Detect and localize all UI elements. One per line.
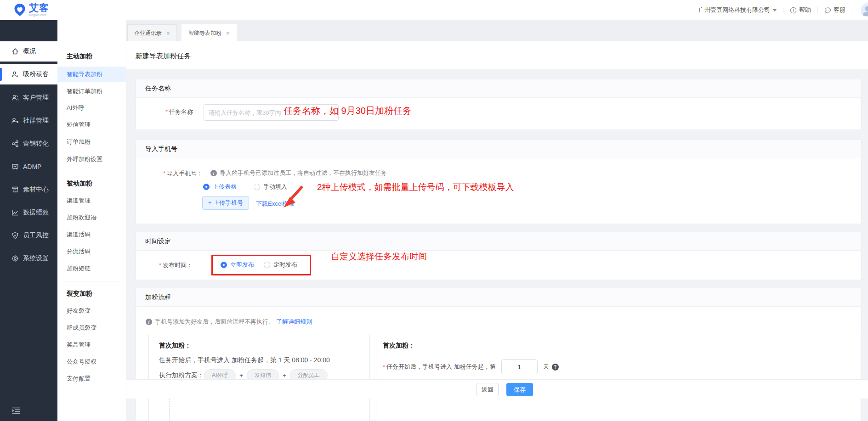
divider xyxy=(817,7,818,13)
sidebar-item-label: 吸粉获客 xyxy=(23,70,49,79)
close-icon[interactable]: × xyxy=(226,30,230,37)
first-add-subtitle: 首次加粉： xyxy=(159,342,191,350)
logo-subtext: aiagain.com xyxy=(29,13,49,17)
submenu-item-friend-fission[interactable]: 好友裂变 xyxy=(67,307,91,315)
submenu-item-smart-order[interactable]: 智能订单加粉 xyxy=(67,87,102,95)
divider xyxy=(852,7,852,13)
required-asterisk: * xyxy=(159,262,161,269)
divider xyxy=(64,281,119,281)
annotation-publish-time: 自定义选择任务发布时间 xyxy=(331,251,427,263)
company-dropdown[interactable]: 广州壹豆网络科技有限公司 xyxy=(698,6,777,14)
home-icon xyxy=(11,48,19,55)
import-phone-tip: i 导入的手机号已添加过员工，将自动过滤，不在执行加好友任务 xyxy=(210,169,387,177)
sidebar-item-customers[interactable]: 客户管理 xyxy=(0,88,57,108)
submenu-item-smart-table-import[interactable]: 智能导表加粉 xyxy=(57,67,126,82)
form-content: 任务名称 *任务名称 任务名称，如 9月30日加粉任务 导入手机号 *导入手机号… xyxy=(126,69,868,421)
submenu-item-pay-config[interactable]: 支付配置 xyxy=(67,375,91,383)
page-title: 新建导表加粉任务 xyxy=(126,41,868,69)
annotation-upload-modes: 2种上传模式，如需批量上传号码，可下载模板导入 xyxy=(317,181,514,193)
user-avatar[interactable] xyxy=(861,3,868,17)
submenu-item-official-auth[interactable]: 公众号授权 xyxy=(67,358,96,366)
top-bar: 艾客 aiagain.com 广州壹豆网络科技有限公司 帮助 客服 xyxy=(0,0,868,20)
main-area: 企业通讯录 × 智能导表加粉 × 新建导表加粉任务 任务名称 *任务名称 任务名… xyxy=(126,20,868,421)
tab-label: 智能导表加粉 xyxy=(188,29,221,37)
submenu-item-group-fission[interactable]: 群成员裂变 xyxy=(67,324,96,332)
card-task-name: 任务名称 *任务名称 任务名称，如 9月30日加粉任务 xyxy=(136,79,862,130)
upload-phone-button[interactable]: + 上传手机号 xyxy=(202,196,249,210)
card-time-setting: 时间设定 *发布时间： 立即发布 定时发布 自定义选择任务发布时间 xyxy=(136,232,862,280)
flow-day-row: * 任务开始后，手机号进入 加粉任务起，第 天 ? xyxy=(383,359,559,374)
required-asterisk: * xyxy=(163,170,165,177)
task-name-label: *任务名称 xyxy=(165,108,193,116)
submenu-item-split-qr[interactable]: 分流活码 xyxy=(67,247,91,256)
sidebar-item-risk-control[interactable]: 员工风控 xyxy=(0,225,57,246)
required-asterisk: * xyxy=(383,364,385,370)
user-plus-icon xyxy=(11,71,19,78)
day-row-suffix: 天 xyxy=(543,363,549,371)
sidebar-item-label: 素材中心 xyxy=(23,185,49,194)
submenu-item-prize-mgmt[interactable]: 奖品管理 xyxy=(67,341,91,349)
sidebar-item-overview[interactable]: 概况 xyxy=(0,41,57,62)
sidebar-item-marketing[interactable]: 营销转化 xyxy=(0,134,57,154)
sidebar-item-settings[interactable]: 系统设置 xyxy=(0,248,57,269)
secondary-sidebar: 主动加粉 智能导表加粉 智能订单加粉 AI外呼 短信管理 订单加粉 外呼加粉设置… xyxy=(57,20,126,421)
info-circle-icon xyxy=(790,7,797,14)
app-logo[interactable]: 艾客 aiagain.com xyxy=(13,3,49,17)
submenu-item-channel-mgmt[interactable]: 渠道管理 xyxy=(67,196,91,205)
flow-preview-panel: 首次加粉： 任务开始后，手机号进入 加粉任务起，第 1 天 08:00 - 20… xyxy=(148,335,370,421)
sidebar-collapse-button[interactable] xyxy=(12,407,20,415)
back-button[interactable]: 返回 xyxy=(477,383,499,396)
help-button[interactable]: 帮助 xyxy=(790,6,811,14)
submenu-item-ai-call[interactable]: AI外呼 xyxy=(67,104,84,112)
save-button[interactable]: 保存 xyxy=(506,383,533,396)
plan-label: 执行加粉方案： xyxy=(159,371,204,380)
divider xyxy=(64,172,119,172)
sidebar-item-label: 系统设置 xyxy=(23,254,49,263)
import-phone-label: *导入手机号： xyxy=(163,169,203,178)
sidebar-item-label: 营销转化 xyxy=(23,140,49,148)
company-name: 广州壹豆网络科技有限公司 xyxy=(698,6,770,14)
sidebar-item-community[interactable]: 社群管理 xyxy=(0,111,57,131)
sidebar-item-label: 员工风控 xyxy=(23,231,49,240)
submenu-item-order-fans[interactable]: 订单加粉 xyxy=(67,138,91,146)
plus-separator: + xyxy=(283,372,286,379)
plus-separator: + xyxy=(239,372,243,379)
sidebar-item-acquire-fans[interactable]: 吸粉获客 xyxy=(0,64,57,84)
flow-tip: i 手机号添加为好友后，后面的流程不再执行。 了解详细规则 xyxy=(146,318,312,326)
user-list-icon xyxy=(11,117,19,124)
flow-summary-text: 任务开始后，手机号进入 加粉任务起，第 1 天 08:00 - 20:00 xyxy=(159,356,330,365)
info-icon: i xyxy=(210,170,217,176)
card-fan-flow: 加粉流程 i 手机号添加为好友后，后面的流程不再执行。 了解详细规则 首次加粉：… xyxy=(136,288,862,421)
submenu-item-short-link[interactable]: 加粉短链 xyxy=(67,264,91,273)
close-icon[interactable]: × xyxy=(166,30,170,37)
support-button[interactable]: 客服 xyxy=(824,6,845,14)
users-icon xyxy=(11,94,19,101)
footer-bar: 返回 保存 xyxy=(126,379,868,399)
submenu-item-sms[interactable]: 短信管理 xyxy=(67,121,91,129)
submenu-section-title: 主动加粉 xyxy=(67,52,92,61)
submenu-item-call-settings[interactable]: 外呼加粉设置 xyxy=(67,155,102,163)
tab-contacts[interactable]: 企业通讯录 × xyxy=(127,24,177,41)
annotation-arrow-icon xyxy=(279,184,305,210)
question-circle-icon[interactable]: ? xyxy=(552,364,559,370)
section-title: 时间设定 xyxy=(136,232,861,251)
shield-check-icon xyxy=(11,232,19,239)
submenu-item-channel-qr[interactable]: 渠道活码 xyxy=(67,230,91,239)
share-nodes-icon xyxy=(11,140,19,147)
sidebar-item-performance[interactable]: 数据绩效 xyxy=(0,202,57,223)
sidebar-item-label: 数据绩效 xyxy=(23,208,49,217)
annotation-red-box xyxy=(211,255,311,275)
sidebar-item-materials[interactable]: 素材中心 xyxy=(0,180,57,200)
detail-rules-link[interactable]: 了解详细规则 xyxy=(276,318,312,326)
sidebar-item-admp[interactable]: ADMP xyxy=(0,157,57,177)
card-import-phone: 导入手机号 *导入手机号： i 导入的手机号已添加过员工，将自动过滤，不在执行加… xyxy=(136,140,862,224)
tab-smart-table-import[interactable]: 智能导表加粉 × xyxy=(182,24,237,41)
logo-text: 艾客 xyxy=(29,3,49,12)
chat-bubble-icon xyxy=(824,7,831,14)
gear-icon xyxy=(11,255,19,262)
required-asterisk: * xyxy=(165,108,168,115)
day-number-input[interactable] xyxy=(501,359,538,374)
submenu-item-welcome-msg[interactable]: 加粉欢迎语 xyxy=(67,213,96,222)
tab-bar: 企业通讯录 × 智能导表加粉 × xyxy=(126,20,868,41)
radio-upload-table[interactable]: 上传表格 xyxy=(203,183,237,191)
